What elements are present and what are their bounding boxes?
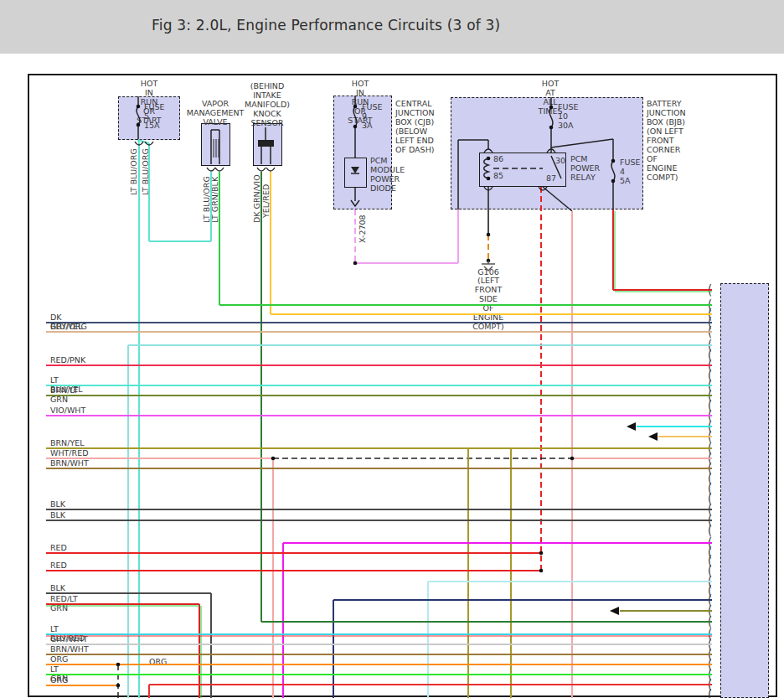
junction-dot bbox=[271, 457, 276, 461]
connector-bump bbox=[257, 168, 266, 171]
offpage-arrow-icon bbox=[648, 432, 658, 441]
exit-arrow-icon bbox=[351, 200, 359, 206]
junction-dot bbox=[539, 569, 544, 573]
wire-segment bbox=[543, 187, 572, 211]
junction-dot bbox=[611, 159, 616, 163]
wiring-diagram-page: Fig 3: 2.0L, Engine Performance Circuits… bbox=[0, 0, 784, 698]
junction-dot bbox=[116, 663, 121, 667]
fuse-symbol bbox=[611, 161, 615, 181]
offpage-arrow-icon bbox=[610, 607, 619, 615]
connector-bump bbox=[484, 149, 493, 153]
junction-dot bbox=[116, 684, 121, 688]
junction-dot bbox=[137, 105, 141, 109]
junction-dot bbox=[539, 551, 544, 556]
ground-symbol bbox=[482, 261, 495, 271]
knock-sensor-element bbox=[258, 140, 274, 147]
offpage-arrow-icon bbox=[627, 422, 636, 431]
junction-dot bbox=[611, 179, 616, 184]
junction-dot bbox=[353, 105, 358, 109]
junction-dot bbox=[487, 233, 491, 237]
connector-bump bbox=[266, 168, 275, 171]
fuse-symbol bbox=[549, 107, 553, 127]
connector-bump bbox=[215, 168, 224, 171]
wire-segment bbox=[138, 140, 149, 143]
wires-layer bbox=[0, 0, 784, 698]
fuse-symbol bbox=[353, 106, 357, 127]
junction-dot bbox=[570, 457, 575, 461]
diode-symbol bbox=[351, 167, 359, 173]
junction-dot bbox=[353, 125, 358, 129]
junction-dot bbox=[549, 126, 554, 130]
junction-dot bbox=[549, 106, 554, 110]
junction-dot bbox=[353, 261, 358, 266]
fuse-symbol bbox=[137, 106, 140, 125]
connector-bump bbox=[207, 168, 215, 171]
junction-dot bbox=[137, 123, 141, 127]
wire-segment bbox=[551, 156, 561, 178]
wire-segment bbox=[551, 139, 613, 147]
relay-coil-symbol bbox=[484, 158, 488, 178]
